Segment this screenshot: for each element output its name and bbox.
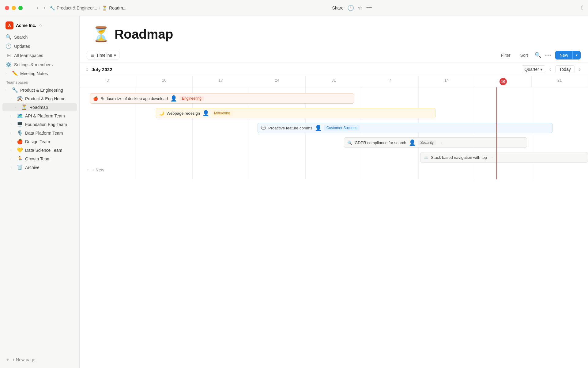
roadmap-icon: ⏳	[21, 104, 28, 110]
workspace-chevron-icon: ◇	[39, 23, 42, 28]
new-button[interactable]: New	[555, 51, 572, 59]
new-row-label: + New	[92, 167, 104, 172]
task-tag-1: Engineering	[179, 96, 204, 101]
new-row-icon: ＋	[86, 167, 90, 173]
sidebar: A Acme Inc. ◇ 🔍 Search 🕐 Updates ⊞ All t…	[0, 16, 80, 368]
timeline-prev-button[interactable]: ‹	[548, 66, 552, 73]
gantt-container: 🍎 Reduce size of desktop app download 👤 …	[80, 87, 588, 179]
sidebar-item-data-science[interactable]: › 💛 Data Science Team	[2, 146, 77, 154]
timeline-expand-icon[interactable]: »	[86, 67, 89, 72]
design-chevron-icon: ›	[10, 140, 15, 143]
task-bar-reduce-size[interactable]: 🍎 Reduce size of desktop app download 👤 …	[90, 93, 354, 104]
breadcrumb-item2[interactable]: Roadm...	[109, 6, 126, 10]
filter-button[interactable]: Filter	[498, 51, 513, 59]
data-science-icon: 💛	[17, 147, 23, 153]
sidebar-item-settings[interactable]: ⚙️ Settings & members	[2, 60, 77, 69]
task-tag-3: Customer Success	[324, 125, 360, 131]
task-bar-feature-comms[interactable]: 💬 Proactive feature comms 👤 Customer Suc…	[258, 123, 552, 133]
maximize-button[interactable]	[18, 6, 23, 10]
product-eng-home-icon: ⚒️	[17, 96, 23, 102]
sidebar-item-archive[interactable]: › 🗑️ Archive	[2, 163, 77, 171]
more-icon[interactable]: •••	[366, 5, 372, 11]
sidebar-item-design[interactable]: › 🍎 Design Team	[2, 137, 77, 146]
sidebar-item-data-platform[interactable]: › 🎙️ Data Platform Team	[2, 129, 77, 137]
product-eng-home-label: Product & Eng Home	[25, 96, 74, 101]
task-icon-1: 🍎	[93, 96, 98, 101]
back-button[interactable]: ‹	[35, 4, 40, 12]
task-row-2: 🌙 Webpage redesign 👤 Marketing	[80, 106, 588, 121]
today-button[interactable]: Today	[555, 65, 575, 73]
growth-chevron-icon: ›	[10, 157, 15, 160]
data-science-label: Data Science Team	[25, 148, 74, 153]
view-selector[interactable]: ▤ Timeline ▾	[87, 51, 119, 59]
task-bar-stack-nav[interactable]: ☁️ Stack based navigation with top →	[420, 152, 588, 163]
page-header: ⏳ Roadmap	[80, 16, 588, 48]
task-label-1: Reduce size of desktop app download	[100, 96, 168, 101]
task-icon-3: 💬	[261, 126, 266, 130]
quarter-chevron-icon: ▾	[540, 67, 542, 72]
forward-button[interactable]: ›	[42, 4, 47, 12]
sidebar-item-meeting-notes[interactable]: › ✏️ Meeting Notes	[2, 69, 77, 78]
sort-button[interactable]: Sort	[517, 51, 531, 59]
task-tag-2: Marketing	[212, 110, 233, 116]
archive-label: Archive	[25, 165, 74, 170]
date-col-10: 10	[136, 76, 192, 87]
sidebar-item-foundation-eng[interactable]: › 🖥️ Foundation Eng Team	[2, 120, 77, 128]
teamspaces-section-label: Teamspaces	[2, 78, 77, 86]
sidebar-item-all-teamspaces[interactable]: ⊞ All teamspaces	[2, 51, 77, 60]
sidebar-item-roadmap[interactable]: › ⏳ Roadmap	[2, 103, 77, 111]
timeline-month: July 2022	[92, 67, 112, 72]
traffic-lights	[5, 6, 23, 10]
timeline-date-header: 3 10 17 24 31 7 14 19 21	[80, 76, 588, 87]
task-bar-webpage-redesign[interactable]: 🌙 Webpage redesign 👤 Marketing	[156, 108, 435, 118]
sidebar-item-search[interactable]: 🔍 Search	[2, 33, 77, 41]
timeline-nav: » July 2022 Quarter ▾ ‹ Today ›	[80, 63, 588, 76]
updates-icon: 🕐	[6, 43, 12, 49]
sidebar-item-updates[interactable]: 🕐 Updates	[2, 42, 77, 51]
close-button[interactable]	[5, 6, 9, 10]
task-bar-gdpr[interactable]: 🔍 GDPR compliance for search 👤 Security …	[344, 137, 527, 148]
history-icon[interactable]: 🕐	[347, 5, 354, 11]
favorite-icon[interactable]: ☆	[358, 5, 363, 11]
page-title-row: ⏳ Roadmap	[92, 26, 576, 43]
workspace-header[interactable]: A Acme Inc. ◇	[2, 20, 77, 31]
share-button[interactable]: Share	[332, 6, 343, 10]
breadcrumb-item1[interactable]: Product & Engineer...	[57, 6, 97, 10]
quarter-selector[interactable]: Quarter ▾	[522, 65, 545, 73]
sidebar-item-product-eng[interactable]: › 🔧 Product & Engineering	[2, 86, 77, 94]
gantt-body: 🍎 Reduce size of desktop app download 👤 …	[80, 87, 588, 368]
sidebar-item-growth[interactable]: › 🏃 Growth Team	[2, 155, 77, 163]
task-icon-2: 🌙	[159, 111, 164, 116]
new-button-dropdown[interactable]: ▾	[572, 51, 581, 59]
settings-icon: ⚙️	[6, 62, 12, 67]
task-arrow-5: →	[489, 155, 493, 160]
growth-label: Growth Team	[25, 156, 74, 161]
minimize-button[interactable]	[12, 6, 16, 10]
navigation-arrows: ‹ ›	[35, 4, 47, 12]
workspace-name: Acme Inc.	[16, 23, 36, 28]
new-row-button[interactable]: ＋ + New	[80, 165, 588, 175]
sidebar-toggle[interactable]: 《	[578, 4, 583, 12]
quarter-label: Quarter	[525, 67, 539, 72]
more-toolbar-icon[interactable]: •••	[545, 53, 552, 58]
timeline-next-button[interactable]: ›	[578, 66, 582, 73]
foundation-eng-chevron-icon: ›	[10, 123, 15, 126]
meeting-notes-label: Meeting Notes	[20, 71, 74, 76]
sidebar-item-api-platform[interactable]: › 🗺️ API & Platform Team	[2, 112, 77, 120]
data-platform-chevron-icon: ›	[10, 131, 15, 135]
product-eng-chevron-icon: ›	[6, 88, 10, 92]
task-label-4: GDPR compliance for search	[355, 140, 406, 145]
task-row-4: 🔍 GDPR compliance for search 👤 Security …	[80, 135, 588, 150]
task-row-3: 💬 Proactive feature comms 👤 Customer Suc…	[80, 121, 588, 135]
page-title: Roadmap	[115, 27, 173, 42]
search-toolbar-icon[interactable]: 🔍	[535, 52, 541, 59]
search-icon: 🔍	[6, 34, 12, 40]
task-icon-5: ☁️	[424, 155, 428, 160]
breadcrumb-separator: /	[99, 6, 100, 10]
sidebar-item-product-eng-home[interactable]: › ⚒️ Product & Eng Home	[2, 94, 77, 103]
meeting-notes-icon: ✏️	[12, 71, 18, 76]
new-page-button[interactable]: ＋ + New page	[3, 355, 76, 364]
design-label: Design Team	[25, 139, 74, 144]
design-icon: 🍎	[17, 139, 23, 144]
search-label: Search	[14, 35, 28, 40]
